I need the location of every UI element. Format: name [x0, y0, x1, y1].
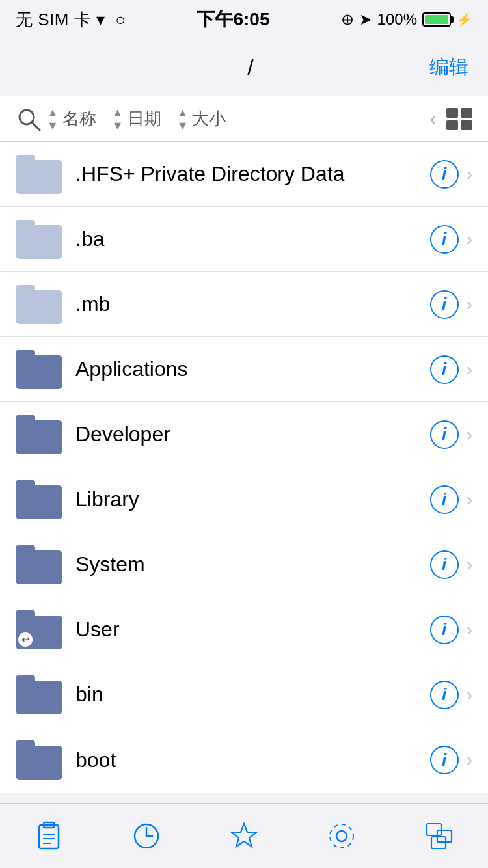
folder-icon-light: [16, 285, 62, 324]
file-list: .HFS+ Private Directory Data i › .ba i ›…: [0, 142, 488, 793]
back-button[interactable]: ‹: [430, 109, 436, 129]
file-name: Developer: [75, 422, 430, 446]
file-info: i ›: [430, 290, 472, 319]
svg-point-12: [330, 824, 353, 848]
file-name: Applications: [75, 357, 430, 381]
chevron-right-icon: ›: [467, 229, 472, 250]
chevron-right-icon: ›: [467, 424, 472, 445]
list-item[interactable]: Applications i ›: [0, 337, 488, 402]
file-name: bin: [75, 683, 430, 707]
list-item[interactable]: Library i ›: [0, 467, 488, 532]
battery-icon: [422, 12, 451, 27]
sort-buttons: ▲▼ 名称 ▲▼ 日期 ▲▼ 大小: [47, 107, 226, 131]
info-button[interactable]: i: [430, 160, 459, 189]
file-name: .ba: [75, 227, 430, 251]
folder-icon-user: ↩: [16, 610, 62, 649]
tab-recent[interactable]: [130, 820, 163, 852]
list-item[interactable]: .HFS+ Private Directory Data i ›: [0, 142, 488, 207]
file-name: boot: [75, 748, 430, 772]
folder-icon-dark: [16, 415, 62, 454]
tab-settings[interactable]: [325, 820, 358, 852]
chevron-right-icon: ›: [467, 294, 472, 315]
file-info: i ›: [430, 550, 472, 579]
svg-marker-10: [232, 824, 256, 847]
svg-line-1: [32, 122, 40, 130]
info-button[interactable]: i: [430, 616, 459, 644]
info-button[interactable]: i: [430, 420, 459, 449]
file-name: Library: [75, 487, 430, 511]
chevron-right-icon: ›: [467, 554, 472, 575]
sort-name-button[interactable]: ▲▼ 名称: [47, 107, 96, 131]
file-info: i ›: [430, 420, 472, 449]
folder-icon-dark: [16, 480, 62, 519]
info-button[interactable]: i: [430, 290, 459, 319]
file-info: i ›: [430, 616, 472, 644]
folder-icon-dark: [16, 675, 62, 714]
file-info: i ›: [430, 160, 472, 189]
folder-icon-light: [16, 220, 62, 259]
file-info: i ›: [430, 485, 472, 514]
toolbar-left: ▲▼ 名称 ▲▼ 日期 ▲▼ 大小: [16, 106, 226, 132]
nav-bar: / 编辑: [0, 39, 488, 96]
info-button[interactable]: i: [430, 681, 459, 709]
nav-title: /: [72, 55, 429, 80]
file-name: System: [75, 552, 430, 576]
status-bar: 无 SIM 卡 ▾ ○ 下午6:05 ⊕ ➤ 100% ⚡: [0, 0, 488, 39]
search-button[interactable]: [16, 106, 42, 132]
svg-rect-2: [39, 825, 59, 848]
svg-point-11: [336, 831, 347, 841]
toolbar: ▲▼ 名称 ▲▼ 日期 ▲▼ 大小 ‹: [0, 96, 488, 142]
sort-date-button[interactable]: ▲▼ 日期: [112, 107, 161, 131]
info-button[interactable]: i: [430, 550, 459, 579]
grid-view-button[interactable]: [446, 108, 472, 130]
chevron-right-icon: ›: [467, 489, 472, 510]
list-item[interactable]: Developer i ›: [0, 402, 488, 467]
folder-icon-dark: [16, 545, 62, 584]
file-name: User: [75, 617, 430, 642]
lock-icon: ⊕: [341, 10, 354, 29]
location-icon: ➤: [359, 10, 372, 29]
info-button[interactable]: i: [430, 485, 459, 514]
file-info: i ›: [430, 681, 472, 709]
folder-icon-dark: [16, 740, 62, 780]
list-item[interactable]: .ba i ›: [0, 207, 488, 272]
edit-button[interactable]: 编辑: [429, 54, 468, 81]
file-info: i ›: [430, 225, 472, 254]
tab-bar: [0, 803, 488, 868]
info-button[interactable]: i: [430, 225, 459, 254]
chevron-right-icon: ›: [467, 619, 472, 640]
time-label: 下午6:05: [197, 7, 269, 32]
toolbar-right: ‹: [430, 108, 472, 130]
list-item[interactable]: ↩ User i ›: [0, 597, 488, 662]
chevron-right-icon: ›: [467, 685, 472, 705]
chevron-right-icon: ›: [467, 359, 472, 380]
chevron-right-icon: ›: [467, 164, 472, 185]
list-item[interactable]: boot i ›: [0, 727, 488, 793]
list-item[interactable]: System i ›: [0, 532, 488, 597]
file-name: .HFS+ Private Directory Data: [75, 162, 430, 186]
sort-size-button[interactable]: ▲▼ 大小: [177, 107, 226, 131]
file-info: i ›: [430, 746, 472, 774]
file-info: i ›: [430, 355, 472, 384]
file-name: .mb: [75, 292, 430, 316]
folder-icon-dark: [16, 350, 62, 389]
info-button[interactable]: i: [430, 355, 459, 384]
status-indicators: ⊕ ➤ 100% ⚡: [341, 10, 472, 29]
tab-favorites[interactable]: [228, 820, 260, 852]
charging-icon: ⚡: [456, 12, 472, 27]
folder-icon-light: [16, 155, 62, 194]
chevron-right-icon: ›: [467, 750, 472, 770]
info-button[interactable]: i: [430, 746, 459, 774]
tab-clipboard[interactable]: [33, 820, 65, 852]
tab-windows[interactable]: [423, 820, 455, 852]
list-item[interactable]: .mb i ›: [0, 272, 488, 337]
battery-percentage: 100%: [377, 10, 417, 29]
carrier-label: 无 SIM 卡 ▾ ○: [16, 8, 126, 31]
list-item[interactable]: bin i ›: [0, 662, 488, 727]
